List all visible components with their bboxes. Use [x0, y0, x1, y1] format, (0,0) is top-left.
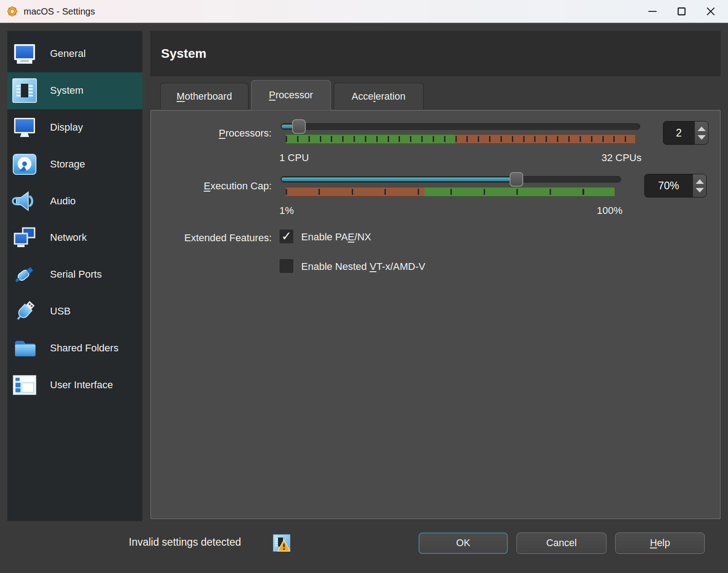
spin-up-button[interactable] [698, 127, 706, 131]
close-button[interactable] [696, 0, 725, 23]
tab-processor[interactable]: Processor [251, 80, 331, 110]
storage-icon [12, 152, 37, 177]
processors-min-label: 1 CPU [279, 152, 309, 164]
spin-up-button[interactable] [696, 179, 704, 184]
window-controls [638, 0, 725, 23]
ok-button[interactable]: OK [419, 532, 508, 554]
minimize-icon [648, 7, 657, 16]
processors-max-label: 32 CPUs [546, 152, 642, 164]
sidebar-item-storage[interactable]: Storage [7, 146, 142, 183]
processors-slider-track[interactable] [281, 123, 640, 130]
help-button[interactable]: Help [615, 532, 705, 554]
serial-ports-icon [12, 262, 37, 287]
audio-icon [12, 188, 37, 214]
sidebar-item-system[interactable]: System [7, 72, 142, 109]
execution-cap-spin-buttons [693, 174, 706, 197]
usb-icon [12, 299, 37, 324]
maximize-button[interactable] [667, 0, 696, 23]
sidebar-item-label: Storage [50, 158, 85, 170]
status-text: Invalid settings detected [129, 536, 241, 548]
system-icon [12, 78, 37, 103]
execution-cap-slider[interactable] [281, 172, 621, 187]
sidebar-item-label: User Interface [50, 379, 113, 391]
processors-slider[interactable] [281, 119, 640, 134]
titlebar: macOS - Settings [0, 0, 728, 24]
gear-icon [5, 5, 19, 18]
sidebar-item-label: Network [50, 232, 87, 243]
processors-spinbox: 2 [663, 121, 708, 145]
spin-down-button[interactable] [696, 188, 704, 193]
execution-cap-value[interactable]: 70% [645, 174, 693, 197]
sidebar-item-label: General [50, 48, 86, 60]
sidebar-item-label: System [50, 85, 83, 96]
sidebar-item-label: Display [50, 122, 83, 133]
sidebar-item-serial-ports[interactable]: Serial Ports [7, 256, 142, 293]
execution-cap-spinbox: 70% [644, 174, 707, 198]
maximize-icon [677, 7, 686, 16]
processors-label: Processors: [150, 127, 272, 139]
tab-acceleration[interactable]: Acceleration [334, 83, 424, 110]
execution-cap-min-label: 1% [279, 205, 294, 217]
shared-folders-icon [12, 335, 37, 361]
sidebar-item-label: Serial Ports [50, 269, 102, 280]
sidebar-item-label: Audio [50, 195, 76, 207]
invalid-settings-warning-icon[interactable] [273, 534, 290, 552]
sidebar-item-label: Shared Folders [50, 342, 118, 354]
sidebar-item-label: USB [50, 305, 71, 317]
user-interface-icon [12, 372, 37, 398]
general-icon [12, 41, 37, 66]
processors-scale [285, 134, 636, 144]
sidebar-item-shared-folders[interactable]: Shared Folders [7, 330, 142, 366]
sidebar-item-audio[interactable]: Audio [7, 183, 142, 219]
enable-nested-vt-label[interactable]: Enable Nested VT-x/AMD-V [301, 261, 425, 273]
extended-features-label: Extended Features: [150, 232, 272, 244]
tab-motherboard[interactable]: Motherboard [160, 83, 248, 110]
sidebar-item-display[interactable]: Display [7, 109, 142, 146]
minimize-button[interactable] [638, 0, 667, 23]
settings-window: macOS - Settings G [0, 0, 728, 573]
sidebar-item-user-interface[interactable]: User Interface [7, 366, 142, 403]
enable-nested-vt-checkbox[interactable] [279, 259, 294, 274]
processors-spin-buttons [694, 122, 708, 144]
sidebar-item-general[interactable]: General [7, 35, 142, 72]
enable-pae-nx-checkbox[interactable]: ✓ [279, 229, 294, 244]
execution-cap-label: Execution Cap: [150, 180, 272, 192]
enable-pae-nx-label[interactable]: Enable PAE/NX [301, 231, 371, 243]
spin-down-button[interactable] [698, 135, 706, 140]
processors-slider-handle[interactable] [292, 119, 306, 134]
sidebar: General System Display [7, 31, 142, 521]
cancel-button[interactable]: Cancel [516, 532, 607, 554]
sidebar-item-network[interactable]: Network [7, 219, 142, 256]
checkmark-icon: ✓ [281, 230, 292, 243]
page-title: System [161, 46, 207, 61]
close-icon [706, 7, 715, 16]
execution-cap-slider-fill [282, 177, 517, 181]
window-title: macOS - Settings [24, 6, 95, 17]
display-icon [12, 115, 37, 140]
execution-cap-max-label: 100% [528, 205, 622, 217]
processor-tab-panel [150, 110, 721, 519]
network-icon [12, 225, 37, 250]
sidebar-item-usb[interactable]: USB [7, 293, 142, 330]
header-strip: System [150, 31, 721, 76]
processors-value[interactable]: 2 [663, 122, 694, 144]
execution-cap-slider-handle[interactable] [510, 172, 523, 187]
execution-cap-scale [285, 187, 615, 197]
